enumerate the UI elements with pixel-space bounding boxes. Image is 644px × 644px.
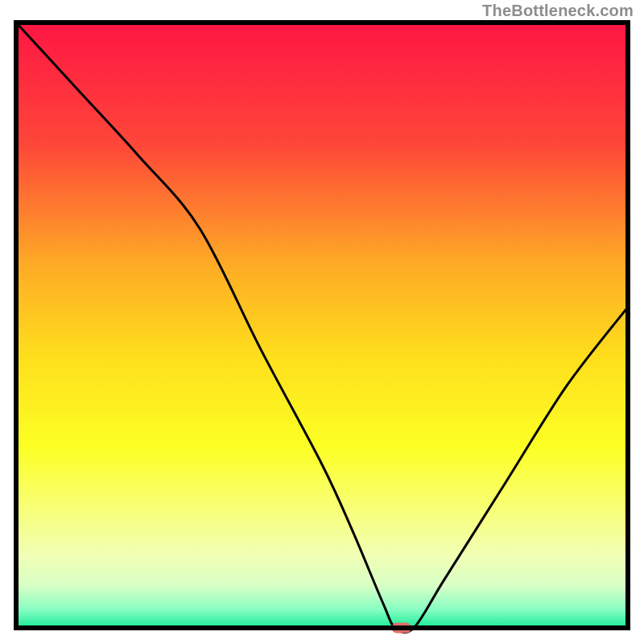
- bottleneck-chart: [0, 0, 644, 644]
- chart-container: TheBottleneck.com: [0, 0, 644, 644]
- attribution-label: TheBottleneck.com: [482, 2, 634, 20]
- plot-background: [16, 23, 628, 628]
